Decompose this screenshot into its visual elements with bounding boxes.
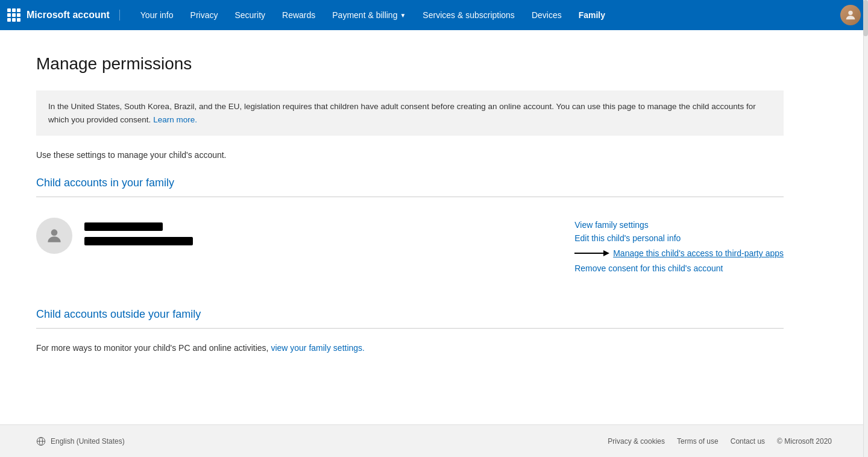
- main-nav: Your info Privacy Security Rewards Payme…: [132, 0, 840, 30]
- child-avatar: [36, 218, 72, 254]
- top-navigation: Microsoft account Your info Privacy Secu…: [0, 0, 868, 30]
- page-footer: English (United States) Privacy & cookie…: [0, 424, 868, 457]
- outside-family-divider: [36, 328, 784, 329]
- manage-third-party-link[interactable]: Manage this child's access to third-part…: [613, 248, 784, 258]
- child-in-family-title: Child accounts in your family: [36, 177, 784, 189]
- footer-contact-link[interactable]: Contact us: [731, 437, 765, 446]
- svg-marker-3: [603, 250, 609, 256]
- child-in-family-section: Child accounts in your family View famil…: [36, 177, 784, 279]
- outside-family-text: For more ways to monitor your child's PC…: [36, 343, 784, 353]
- outside-family-title: Child accounts outside your family: [36, 308, 784, 321]
- learn-more-link[interactable]: Learn more.: [153, 115, 197, 124]
- nav-family[interactable]: Family: [570, 0, 614, 30]
- footer-copyright: © Microsoft 2020: [777, 437, 832, 446]
- settings-intro: Use these settings to manage your child'…: [36, 150, 784, 160]
- avatar[interactable]: [840, 5, 861, 25]
- brand-logo[interactable]: Microsoft account: [27, 10, 120, 20]
- svg-point-1: [51, 230, 58, 236]
- section-divider: [36, 197, 784, 197]
- globe-icon: [36, 437, 46, 446]
- footer-terms-link[interactable]: Terms of use: [677, 437, 719, 446]
- child-info: [84, 218, 574, 245]
- footer-privacy-link[interactable]: Privacy & cookies: [608, 437, 665, 446]
- arrow-icon: [574, 247, 611, 260]
- nav-privacy[interactable]: Privacy: [182, 0, 227, 30]
- info-box: In the United States, South Korea, Brazi…: [36, 90, 784, 136]
- child-row: View family settings Edit this child's p…: [36, 212, 784, 279]
- nav-devices[interactable]: Devices: [523, 0, 570, 30]
- outside-family-section: Child accounts outside your family For m…: [36, 308, 784, 353]
- view-family-settings-footer-link[interactable]: view your family settings.: [271, 343, 365, 353]
- nav-payment[interactable]: Payment & billing ▼: [324, 0, 414, 30]
- footer-right: Privacy & cookies Terms of use Contact u…: [608, 437, 832, 446]
- scrollbar-thumb[interactable]: [863, 0, 868, 36]
- scrollbar-track[interactable]: [863, 0, 868, 457]
- footer-language: English (United States): [51, 437, 125, 446]
- page-title: Manage permissions: [36, 54, 784, 74]
- edit-child-info-link[interactable]: Edit this child's personal info: [574, 233, 681, 243]
- nav-security[interactable]: Security: [226, 0, 274, 30]
- child-actions: View family settings Edit this child's p…: [574, 218, 784, 273]
- remove-consent-link[interactable]: Remove consent for this child's account: [574, 263, 723, 273]
- svg-point-0: [848, 11, 852, 15]
- nav-services[interactable]: Services & subscriptions: [414, 0, 523, 30]
- view-family-settings-link[interactable]: View family settings: [574, 220, 649, 230]
- child-name-redacted: [84, 222, 163, 231]
- main-content: Manage permissions In the United States,…: [0, 30, 820, 424]
- nav-rewards[interactable]: Rewards: [274, 0, 324, 30]
- footer-left: English (United States): [36, 437, 125, 446]
- nav-your-info[interactable]: Your info: [132, 0, 182, 30]
- manage-access-row: Manage this child's access to third-part…: [574, 247, 784, 260]
- chevron-down-icon: ▼: [400, 12, 406, 19]
- child-email-redacted: [84, 237, 193, 245]
- grid-icon[interactable]: [7, 8, 20, 22]
